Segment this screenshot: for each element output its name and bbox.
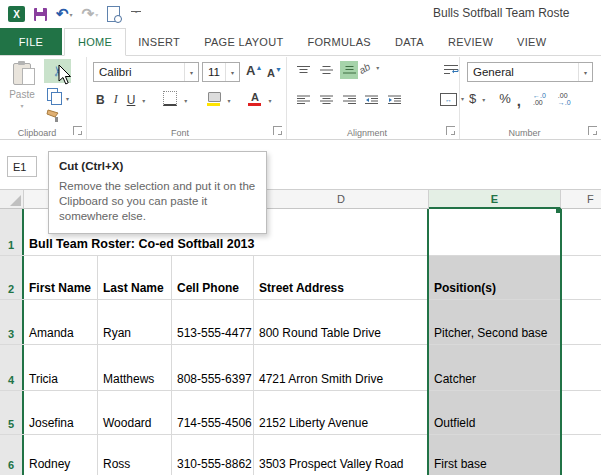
cell-e6[interactable]: First base	[429, 435, 561, 475]
cell-e3[interactable]: Pitcher, Second base	[429, 300, 561, 344]
cell-d6[interactable]: 3503 Prospect Valley Road	[254, 435, 429, 475]
customize-qat-icon[interactable]: ˇ	[131, 11, 141, 18]
cell-e2[interactable]: Position(s)	[429, 256, 561, 299]
cell-f6[interactable]	[561, 435, 601, 475]
column-header-e-selected[interactable]: E	[429, 190, 561, 209]
tab-home[interactable]: HOME	[64, 28, 126, 56]
number-dialog-launcher[interactable]	[588, 126, 597, 135]
paste-button[interactable]: Paste ▾	[4, 61, 40, 127]
column-header-f[interactable]: F	[561, 190, 601, 209]
row-header-2[interactable]: 2	[0, 256, 24, 299]
font-dialog-launcher[interactable]	[273, 126, 282, 135]
italic-button[interactable]: I	[112, 92, 120, 107]
select-all-corner[interactable]	[0, 190, 24, 209]
cell-c5[interactable]: 714-555-4506	[172, 391, 254, 434]
increase-indent-button[interactable]	[386, 91, 404, 109]
alignment-dialog-launcher[interactable]	[446, 126, 455, 135]
row-header-1[interactable]: 1	[0, 209, 24, 255]
cell-c6[interactable]: 310-555-8862	[172, 435, 254, 475]
accounting-format-button[interactable]: $	[469, 91, 476, 106]
cell-f4[interactable]	[561, 345, 601, 390]
font-color-dropdown-icon[interactable]: ▾	[268, 97, 271, 104]
format-painter-button[interactable]	[46, 108, 61, 122]
fill-color-button[interactable]	[207, 92, 220, 106]
paste-dropdown-icon[interactable]: ▾	[20, 102, 23, 109]
row-header-5[interactable]: 5	[0, 391, 24, 434]
align-bottom-button[interactable]	[340, 61, 358, 79]
borders-icon[interactable]	[163, 91, 177, 106]
undo-dropdown-icon[interactable]: ▾	[70, 11, 73, 18]
tab-review[interactable]: REVIEW	[436, 28, 505, 55]
clipboard-dialog-launcher[interactable]	[73, 126, 82, 135]
font-name-combobox[interactable]: Calibri ▾	[93, 62, 199, 82]
row-header-3[interactable]: 3	[0, 300, 24, 344]
number-format-combobox[interactable]: General ▾	[467, 62, 593, 82]
cell-f2[interactable]	[561, 256, 601, 299]
orientation-button[interactable]: ab ▾	[359, 63, 379, 74]
font-color-button[interactable]: A	[248, 92, 261, 106]
row-header-6[interactable]: 6	[0, 435, 24, 475]
cell-f3[interactable]	[561, 300, 601, 344]
cell-b4[interactable]: Matthews	[98, 345, 172, 390]
row-header-4[interactable]: 4	[0, 345, 24, 390]
cell-e1-active[interactable]	[429, 209, 561, 255]
copy-dropdown-icon[interactable]: ▾	[66, 95, 69, 102]
tab-formulas[interactable]: FORMULAS	[295, 28, 383, 55]
increase-decimal-button[interactable]: ←.0 .00	[533, 92, 546, 106]
cell-e4[interactable]: Catcher	[429, 345, 561, 390]
cell-b6[interactable]: Ross	[98, 435, 172, 475]
decrease-decimal-button[interactable]: .00 →.0	[558, 92, 571, 106]
fill-color-dropdown-icon[interactable]: ▾	[227, 97, 230, 104]
accounting-dropdown-icon[interactable]: ▾	[482, 96, 485, 103]
print-preview-icon[interactable]	[107, 6, 120, 22]
underline-button[interactable]: U	[127, 93, 136, 107]
cell-d3[interactable]: 800 Round Table Drive	[254, 300, 429, 344]
cell-f5[interactable]	[561, 391, 601, 434]
align-top-button[interactable]	[294, 61, 312, 79]
font-size-dropdown-icon[interactable]: ▾	[225, 63, 239, 81]
cell-c2[interactable]: Cell Phone	[172, 256, 254, 299]
bold-button[interactable]: B	[96, 93, 105, 107]
percent-style-button[interactable]: %	[499, 91, 511, 106]
align-left-button[interactable]	[294, 91, 312, 109]
column-header-d[interactable]: D	[254, 190, 429, 209]
cell-a5[interactable]: Josefina	[24, 391, 98, 434]
comma-style-button[interactable]: ,	[517, 96, 521, 106]
cell-b5[interactable]: Woodard	[98, 391, 172, 434]
name-box[interactable]: E1	[7, 156, 37, 177]
redo-button[interactable]: ↷ ▾	[82, 8, 99, 20]
cell-c3[interactable]: 513-555-4477	[172, 300, 254, 344]
tab-page-layout[interactable]: PAGE LAYOUT	[192, 28, 295, 55]
cell-b3[interactable]: Ryan	[98, 300, 172, 344]
cell-b2[interactable]: Last Name	[98, 256, 172, 299]
cell-d5[interactable]: 2152 Liberty Avenue	[254, 391, 429, 434]
underline-dropdown-icon[interactable]: ▾	[142, 97, 145, 104]
font-name-dropdown-icon[interactable]: ▾	[184, 63, 198, 81]
tab-insert[interactable]: INSERT	[126, 28, 192, 55]
save-icon[interactable]	[34, 8, 47, 21]
excel-logo-icon[interactable]: X	[8, 6, 25, 22]
wrap-text-button[interactable]	[442, 61, 460, 79]
undo-button[interactable]: ↶ ▾	[56, 8, 73, 20]
cell-c4[interactable]: 808-555-6397	[172, 345, 254, 390]
align-middle-button[interactable]	[317, 61, 335, 79]
cell-a2[interactable]: First Name	[24, 256, 98, 299]
cell-e5[interactable]: Outfield	[429, 391, 561, 434]
increase-font-size-button[interactable]: A▲	[246, 63, 262, 78]
tab-view[interactable]: VIEW	[505, 28, 558, 55]
tab-file[interactable]: FILE	[0, 28, 62, 55]
orientation-dropdown-icon[interactable]: ▾	[376, 64, 379, 71]
align-center-button[interactable]	[317, 91, 335, 109]
cell-a3[interactable]: Amanda	[24, 300, 98, 344]
align-right-button[interactable]	[340, 91, 358, 109]
number-format-dropdown-icon[interactable]: ▾	[578, 63, 592, 81]
cell-d2[interactable]: Street Address	[254, 256, 429, 299]
decrease-font-size-button[interactable]: A▼	[267, 66, 282, 79]
decrease-indent-button[interactable]	[363, 91, 381, 109]
cell-a6[interactable]: Rodney	[24, 435, 98, 475]
cell-d4[interactable]: 4721 Arron Smith Drive	[254, 345, 429, 390]
cell-f1[interactable]	[561, 209, 601, 255]
font-size-combobox[interactable]: 11 ▾	[202, 62, 240, 82]
borders-dropdown-icon[interactable]: ▾	[184, 97, 187, 104]
tab-data[interactable]: DATA	[383, 28, 436, 55]
